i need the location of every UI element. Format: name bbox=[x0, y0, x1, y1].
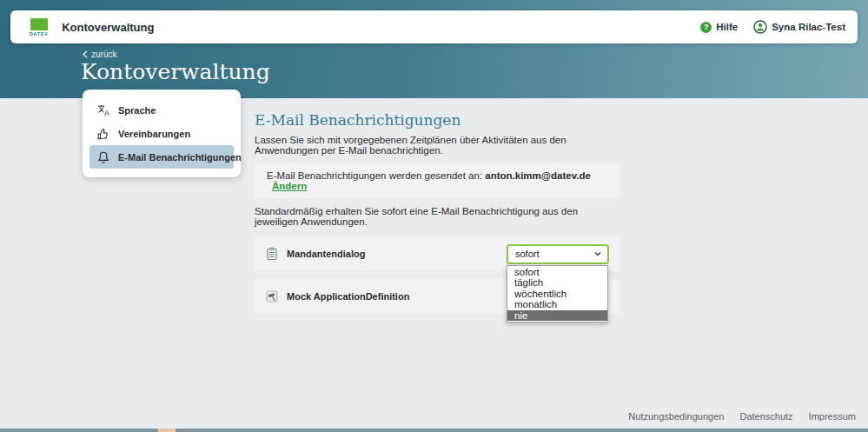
app-name: Mandantendialog bbox=[287, 249, 365, 259]
email-notice-box: E-Mail Benachrichtigungen werden gesende… bbox=[255, 163, 620, 198]
settings-sidebar: A Sprache Vereinbarungen E-Mail Benachri… bbox=[83, 90, 241, 177]
footer-links: Nutzungsbedingungen Datenschutz Impressu… bbox=[628, 411, 856, 422]
bottom-strip bbox=[0, 429, 868, 432]
top-app-bar: DATEV Kontoverwaltung ? Hilfe Syna Rilac… bbox=[10, 10, 858, 43]
help-label: Hilfe bbox=[716, 22, 738, 32]
dropdown-option-woechentlich[interactable]: wöchentlich bbox=[507, 289, 607, 300]
app-name: Mock ApplicationDefinition bbox=[287, 291, 409, 302]
dropdown-option-taeglich[interactable]: täglich bbox=[507, 277, 607, 289]
sidebar-item-vereinbarungen[interactable]: Vereinbarungen bbox=[89, 122, 234, 145]
translate-icon: A bbox=[96, 103, 110, 117]
sidebar-item-label: Vereinbarungen bbox=[118, 129, 190, 139]
help-icon: ? bbox=[700, 22, 712, 33]
frequency-select-wrap: sofort sofort täglich wöchentlich monatl… bbox=[507, 244, 609, 264]
change-email-link[interactable]: Ändern bbox=[272, 181, 307, 191]
sidebar-item-email-benachrichtigungen[interactable]: E-Mail Benachrichtigungen bbox=[89, 145, 234, 169]
sidebar-item-label: Sprache bbox=[118, 105, 156, 116]
user-name-label: Syna Rilac-Test bbox=[772, 22, 845, 32]
app-row-mandantendialog: Mandantendialog sofort sofort täglich wö… bbox=[255, 236, 620, 271]
page-title: Kontoverwaltung bbox=[81, 59, 270, 84]
dropdown-option-nie[interactable]: nie bbox=[507, 310, 607, 322]
datev-logo: DATEV bbox=[30, 18, 48, 37]
sidebar-item-label: E-Mail Benachrichtigungen bbox=[118, 152, 242, 163]
thumbs-up-icon bbox=[96, 127, 110, 141]
user-menu-button[interactable]: Syna Rilac-Test bbox=[753, 20, 845, 34]
footer-link-impressum[interactable]: Impressum bbox=[809, 411, 856, 422]
account-management-page: DATEV Kontoverwaltung ? Hilfe Syna Rilac… bbox=[0, 0, 868, 432]
default-note: Standardmäßig erhalten Sie sofort eine E… bbox=[255, 206, 620, 227]
footer-link-nutzungsbedingungen[interactable]: Nutzungsbedingungen bbox=[628, 411, 724, 422]
clipboard-icon bbox=[265, 247, 279, 261]
main-content: E-Mail Benachrichtigungen Lassen Sie sic… bbox=[255, 98, 620, 314]
frequency-dropdown: sofort täglich wöchentlich monatlich nie bbox=[507, 265, 608, 323]
back-link[interactable]: zurück bbox=[83, 50, 116, 59]
section-title: E-Mail Benachrichtigungen bbox=[255, 111, 620, 129]
datev-logo-square bbox=[30, 18, 48, 30]
help-button[interactable]: ? Hilfe bbox=[700, 22, 738, 33]
footer-link-datenschutz[interactable]: Datenschutz bbox=[739, 411, 792, 422]
tool-icon bbox=[265, 289, 279, 303]
app-title: Kontoverwaltung bbox=[62, 21, 154, 34]
datev-logo-wordmark: DATEV bbox=[30, 31, 48, 37]
notice-prefix: E-Mail Benachrichtigungen werden gesende… bbox=[267, 170, 482, 181]
chevron-left-icon bbox=[83, 50, 88, 58]
dropdown-option-sofort[interactable]: sofort bbox=[507, 267, 607, 278]
user-icon bbox=[753, 20, 767, 34]
chevron-down-icon bbox=[593, 249, 602, 258]
frequency-selected-value: sofort bbox=[515, 249, 593, 259]
svg-text:A: A bbox=[104, 109, 109, 117]
bottom-strip-accent bbox=[158, 429, 176, 432]
sidebar-item-sprache[interactable]: A Sprache bbox=[89, 98, 234, 122]
back-label: zurück bbox=[91, 50, 116, 59]
notice-email: anton.kimm@datev.de bbox=[485, 170, 591, 181]
bell-icon bbox=[96, 150, 110, 164]
intro-text: Lassen Sie sich mit vorgegebenen Zeitplä… bbox=[255, 135, 620, 156]
dropdown-option-monatlich[interactable]: monatlich bbox=[507, 299, 607, 310]
frequency-select[interactable]: sofort bbox=[507, 244, 609, 264]
